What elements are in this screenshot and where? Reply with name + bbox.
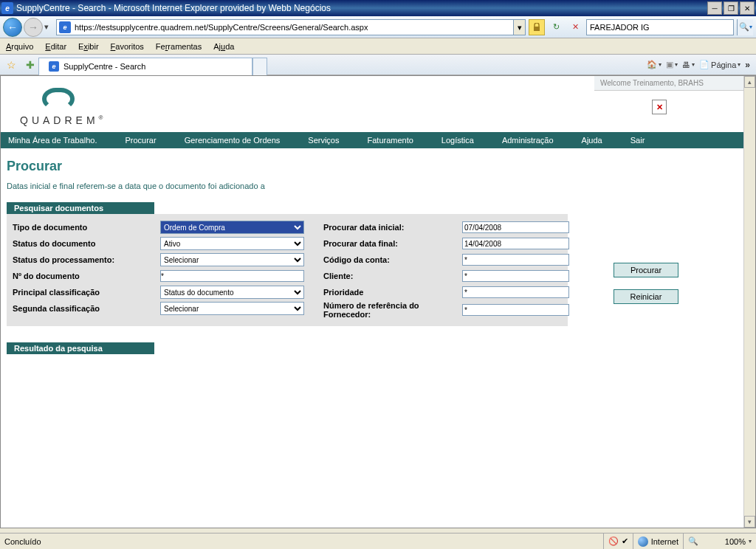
back-button[interactable]: ← xyxy=(3,18,22,37)
input-supplier-ref[interactable] xyxy=(462,304,569,316)
logo-text: QUADREM® xyxy=(20,114,755,126)
nav-workspace[interactable]: Minha Área de Trabalho. xyxy=(8,136,97,145)
url-input[interactable] xyxy=(73,23,513,32)
search-input[interactable] xyxy=(587,23,733,32)
menu-ajuda[interactable]: Ajuda xyxy=(213,42,234,51)
nav-ajuda[interactable]: Ajuda xyxy=(582,136,602,145)
nav-logistica[interactable]: Logística xyxy=(441,136,474,145)
section-search-header: Pesquisar documentos xyxy=(7,202,154,214)
tab-icon: e xyxy=(49,61,59,72)
nav-admin[interactable]: Administração xyxy=(502,136,554,145)
reset-button[interactable]: Reiniciar xyxy=(614,289,678,304)
nav-toolbar: ← → ▾ e ▾ ↻ ✕ 🔍▾ xyxy=(0,16,756,38)
search-button[interactable]: Procurar xyxy=(614,263,678,277)
status-zoom[interactable]: 🔍100%▾ xyxy=(683,534,756,549)
label-proc-status: Status do processamento: xyxy=(13,255,160,264)
print-button[interactable]: 🖶▾ xyxy=(682,61,695,69)
label-doc-no: Nº do documento xyxy=(13,272,160,280)
forward-button: → xyxy=(24,18,43,37)
input-priority[interactable] xyxy=(462,286,569,298)
add-favorite-button[interactable]: ✚ xyxy=(22,59,38,71)
label-start-date: Procurar data inicial: xyxy=(323,223,462,232)
page-icon: e xyxy=(59,21,71,33)
page-subtitle: Datas inicial e final referem-se a data … xyxy=(7,182,749,190)
section-result-header: Resultado da pesquisa xyxy=(7,342,154,354)
search-form-panel: Tipo de documento Ordem de Compra Status… xyxy=(7,214,568,326)
menu-favoritos[interactable]: Favoritos xyxy=(111,42,144,51)
home-button[interactable]: 🏠▾ xyxy=(647,60,662,69)
browser-search[interactable] xyxy=(586,19,734,35)
menubar: Arquivo Editar Exibir Favoritos Ferramen… xyxy=(0,38,756,55)
label-class1: Principal classificação xyxy=(13,288,160,297)
label-doc-type: Tipo de documento xyxy=(13,223,160,232)
nav-history-dropdown[interactable]: ▾ xyxy=(44,22,53,32)
refresh-button[interactable]: ↻ xyxy=(548,19,564,35)
input-doc-no[interactable] xyxy=(160,270,304,282)
tab-title: SupplyCentre - Search xyxy=(63,62,145,71)
menu-exibir[interactable]: Exibir xyxy=(78,42,99,51)
app-main-nav: Minha Área de Trabalho. Procurar Gerenci… xyxy=(1,132,755,148)
new-tab-button[interactable] xyxy=(252,58,267,75)
phishing-icon[interactable]: ✔ xyxy=(622,536,628,546)
logo-icon xyxy=(42,88,75,110)
select-proc-status[interactable]: Selecionar xyxy=(160,253,304,266)
label-end-date: Procurar data final: xyxy=(323,239,462,248)
scroll-up[interactable]: ▴ xyxy=(744,76,755,88)
address-bar[interactable]: e ▾ xyxy=(56,19,526,35)
vertical-scrollbar[interactable]: ▴ ▾ xyxy=(743,76,755,528)
lock-icon[interactable] xyxy=(529,19,545,35)
label-acct-code: Código da conta: xyxy=(323,255,462,264)
svg-rect-0 xyxy=(534,27,540,31)
nav-servicos[interactable]: Serviços xyxy=(308,136,339,145)
input-client[interactable] xyxy=(462,270,569,282)
toolbar-more[interactable]: » xyxy=(745,60,750,70)
popup-blocker-icon[interactable]: 🚫 xyxy=(608,536,619,546)
broken-image-icon: ✕ xyxy=(652,100,667,114)
search-go-button[interactable]: 🔍▾ xyxy=(737,19,753,35)
scroll-down[interactable]: ▾ xyxy=(744,516,755,528)
label-client: Cliente: xyxy=(323,272,462,280)
input-start-date[interactable] xyxy=(462,221,569,233)
close-button[interactable]: ✕ xyxy=(740,1,755,15)
label-priority: Prioridade xyxy=(323,288,462,297)
select-class2[interactable]: Selecionar xyxy=(160,302,304,315)
stop-button[interactable]: ✕ xyxy=(567,19,583,35)
nav-sair[interactable]: Sair xyxy=(630,136,645,145)
nav-faturamento[interactable]: Faturamento xyxy=(367,136,413,145)
window-titlebar: e SupplyCentre - Search - Microsoft Inte… xyxy=(0,0,756,16)
label-doc-status: Status do documento xyxy=(13,239,160,248)
page-content: Welcome Treinamento, BRAHS ✕ ▴ ▾ QUADREM… xyxy=(0,75,756,528)
window-title: SupplyCentre - Search - Microsoft Intern… xyxy=(16,3,707,13)
status-bar: Concluído 🚫 ✔ Internet 🔍100%▾ xyxy=(0,533,756,549)
globe-icon xyxy=(638,536,648,547)
select-class1[interactable]: Status do documento xyxy=(160,286,304,299)
select-doc-type[interactable]: Ordem de Compra xyxy=(160,221,304,234)
status-zone[interactable]: Internet xyxy=(633,534,683,549)
select-doc-status[interactable]: Ativo xyxy=(160,237,304,250)
input-end-date[interactable] xyxy=(462,238,569,249)
menu-arquivo[interactable]: Arquivo xyxy=(6,42,33,51)
browser-tab[interactable]: e SupplyCentre - Search xyxy=(38,58,252,75)
page-title: Procurar xyxy=(7,159,749,174)
page-menu[interactable]: 📄 Página ▾ xyxy=(699,60,740,69)
label-supplier-ref: Número de referência do Fornecedor: xyxy=(323,301,462,319)
menu-ferramentas[interactable]: Ferramentas xyxy=(156,42,202,51)
welcome-text: Welcome Treinamento, BRAHS xyxy=(594,76,749,91)
feeds-button[interactable]: ▣▾ xyxy=(666,60,678,69)
minimize-button[interactable]: ─ xyxy=(707,1,722,15)
tab-bar: ☆ ✚ e SupplyCentre - Search 🏠▾ ▣▾ 🖶▾ 📄 P… xyxy=(0,55,756,75)
ie-icon: e xyxy=(1,2,13,14)
restore-button[interactable]: ❐ xyxy=(724,1,738,15)
menu-editar[interactable]: Editar xyxy=(45,42,66,51)
input-acct-code[interactable] xyxy=(462,254,569,266)
status-done: Concluído xyxy=(0,537,46,546)
nav-procurar[interactable]: Procurar xyxy=(125,136,156,145)
url-dropdown[interactable]: ▾ xyxy=(513,20,525,35)
nav-ordens[interactable]: Gerenciamento de Ordens xyxy=(185,136,281,145)
label-class2: Segunda classificação xyxy=(13,304,160,313)
favorites-button[interactable]: ☆ xyxy=(3,59,19,71)
status-icons: 🚫 ✔ xyxy=(603,534,633,549)
